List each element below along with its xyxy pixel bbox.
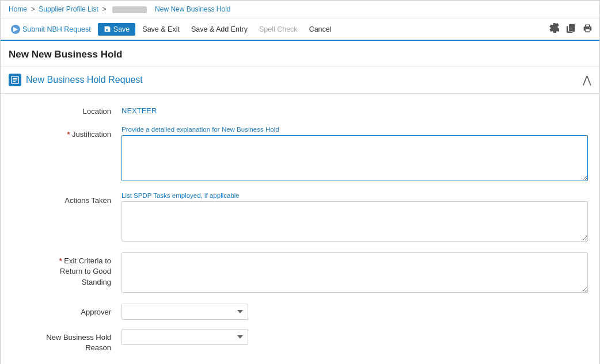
justification-row: Justification Provide a detailed explana… <box>12 126 588 183</box>
actions-taken-field: List SPDP Tasks employed, if applicable <box>121 192 588 243</box>
justification-field: Provide a detailed explanation for New B… <box>121 126 588 183</box>
location-field: NEXTEER <box>121 103 588 115</box>
save-button[interactable]: Save <box>98 23 136 36</box>
nbh-reason-select[interactable] <box>121 329 248 345</box>
print-icon[interactable] <box>582 22 594 36</box>
approver-row: Approver <box>12 304 588 320</box>
settings-icon[interactable] <box>548 22 560 36</box>
form-body: Location NEXTEER Justification Provide a… <box>1 94 599 364</box>
location-value: NEXTEER <box>121 103 588 115</box>
submit-nbh-button[interactable]: ▶ Submit NBH Request <box>6 22 96 36</box>
location-row: Location NEXTEER <box>12 103 588 117</box>
submit-nbh-icon: ▶ <box>11 25 20 34</box>
save-icon <box>104 25 111 33</box>
nbh-reason-label: New Business HoldReason <box>12 329 121 353</box>
exit-criteria-label: Exit Criteria toReturn to GoodStanding <box>12 252 121 288</box>
justification-textarea[interactable] <box>121 135 588 181</box>
exit-criteria-textarea[interactable] <box>121 252 588 293</box>
justification-hint: Provide a detailed explanation for New B… <box>121 126 588 133</box>
actions-taken-label: Actions Taken <box>12 192 121 206</box>
actions-taken-textarea[interactable] <box>121 201 588 242</box>
actions-taken-row: Actions Taken List SPDP Tasks employed, … <box>12 192 588 243</box>
section-title: New Business Hold Request <box>26 75 143 85</box>
nbh-reason-row: New Business HoldReason <box>12 329 588 353</box>
section-icon <box>9 74 21 86</box>
approver-select[interactable] <box>121 304 248 320</box>
location-label: Location <box>12 103 121 117</box>
approver-label: Approver <box>12 304 121 317</box>
toolbar: ▶ Submit NBH Request Save Save & Exit Sa… <box>1 18 599 41</box>
cancel-button[interactable]: Cancel <box>305 23 336 36</box>
justification-label: Justification <box>12 126 121 140</box>
save-exit-button[interactable]: Save & Exit <box>138 23 184 36</box>
actions-taken-hint: List SPDP Tasks employed, if applicable <box>121 192 588 199</box>
breadcrumb-home[interactable]: Home <box>9 5 27 13</box>
save-add-button[interactable]: Save & Add Entry <box>187 23 252 36</box>
page-title: New New Business Hold <box>1 41 599 67</box>
spell-check-button[interactable]: Spell Check <box>255 23 302 36</box>
breadcrumb: Home > Supplier Profile List > New New B… <box>1 1 599 18</box>
approver-field <box>121 304 588 320</box>
exit-criteria-field <box>121 252 588 294</box>
breadcrumb-supplier-profile[interactable]: Supplier Profile List <box>39 5 98 13</box>
toolbar-icons <box>548 22 594 36</box>
section-header: New Business Hold Request ⋀ <box>1 67 599 94</box>
nbh-reason-field <box>121 329 588 345</box>
collapse-button[interactable]: ⋀ <box>583 74 591 86</box>
exit-criteria-row: Exit Criteria toReturn to GoodStanding <box>12 252 588 294</box>
section-header-left: New Business Hold Request <box>9 74 143 86</box>
copy-icon[interactable] <box>565 22 577 36</box>
breadcrumb-current[interactable]: New New Business Hold <box>155 5 230 13</box>
breadcrumb-blurred <box>112 6 147 13</box>
